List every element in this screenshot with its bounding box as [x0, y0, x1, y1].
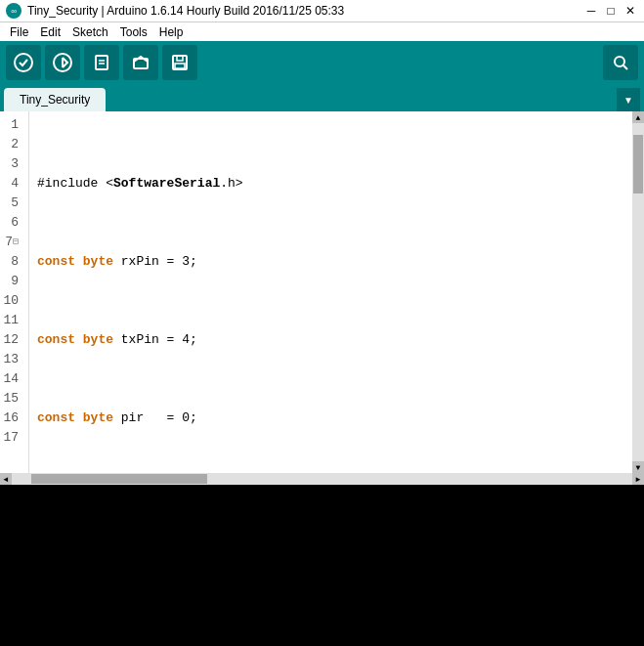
- upload-button[interactable]: [45, 45, 80, 80]
- editor: 1 2 3 4 5 6 7⊟ 8 9 10 11 12 13 14 15 16 …: [0, 111, 644, 473]
- scroll-track-h[interactable]: [12, 473, 632, 485]
- svg-point-10: [615, 57, 624, 66]
- scroll-left-arrow[interactable]: ◄: [0, 473, 12, 485]
- line-num-10: 10: [0, 291, 22, 311]
- minimize-button[interactable]: ─: [583, 3, 599, 19]
- tab-bar: Tiny_Security ▼: [0, 84, 644, 111]
- line-num-1: 1: [0, 115, 22, 135]
- save-button[interactable]: [162, 45, 197, 80]
- line-num-8: 8: [0, 252, 22, 272]
- svg-rect-3: [96, 56, 107, 69]
- line-num-2: 2: [0, 135, 22, 154]
- line-num-9: 9: [0, 272, 22, 291]
- menu-help[interactable]: Help: [153, 22, 190, 41]
- code-line-2: const byte rxPin = 3;: [37, 252, 624, 272]
- toolbar: [0, 41, 644, 84]
- app-logo: ∞: [6, 3, 21, 19]
- console-area: [0, 485, 644, 612]
- window-title: Tiny_Security | Arduino 1.6.14 Hourly Bu…: [27, 4, 344, 18]
- tab-dropdown-button[interactable]: ▼: [617, 88, 640, 111]
- scroll-right-arrow[interactable]: ►: [632, 473, 644, 485]
- vertical-scrollbar[interactable]: ▲ ▼: [632, 111, 644, 473]
- code-editor[interactable]: #include <SoftwareSerial.h> const byte r…: [29, 111, 632, 473]
- line-num-16: 16: [0, 409, 22, 428]
- line-num-5: 5: [0, 194, 22, 213]
- open-button[interactable]: [123, 45, 158, 80]
- menu-bar: File Edit Sketch Tools Help: [0, 22, 644, 41]
- line-numbers: 1 2 3 4 5 6 7⊟ 8 9 10 11 12 13 14 15 16 …: [0, 111, 29, 473]
- scroll-thumb-h[interactable]: [31, 474, 207, 484]
- code-line-4: const byte pir = 0;: [37, 409, 624, 428]
- window-controls: ─ □ ✕: [583, 3, 638, 19]
- verify-button[interactable]: [6, 45, 41, 80]
- line-num-13: 13: [0, 350, 22, 369]
- line-num-12: 12: [0, 330, 22, 350]
- line-num-14: 14: [0, 369, 22, 389]
- horizontal-scrollbar[interactable]: ◄ ►: [0, 473, 644, 485]
- serial-monitor-button[interactable]: [603, 45, 638, 80]
- line-num-17: 17: [0, 428, 22, 448]
- code-line-1: #include <SoftwareSerial.h>: [37, 174, 624, 194]
- code-line-3: const byte txPin = 4;: [37, 330, 624, 350]
- svg-line-11: [623, 65, 627, 69]
- menu-edit[interactable]: Edit: [34, 22, 66, 41]
- line-num-6: 6: [0, 213, 22, 233]
- line-num-4: 4: [0, 174, 22, 194]
- close-button[interactable]: ✕: [623, 3, 638, 19]
- scroll-down-arrow[interactable]: ▼: [632, 461, 644, 473]
- line-num-3: 3: [0, 154, 22, 174]
- line-num-7: 7⊟: [0, 233, 22, 252]
- title-bar: ∞ Tiny_Security | Arduino 1.6.14 Hourly …: [0, 0, 644, 22]
- menu-file[interactable]: File: [4, 22, 34, 41]
- svg-point-0: [15, 54, 32, 71]
- menu-tools[interactable]: Tools: [114, 22, 153, 41]
- scroll-thumb-v[interactable]: [633, 135, 643, 194]
- maximize-button[interactable]: □: [603, 3, 619, 19]
- scroll-up-arrow[interactable]: ▲: [632, 111, 644, 123]
- tab-tiny-security[interactable]: Tiny_Security: [4, 88, 106, 111]
- new-button[interactable]: [84, 45, 119, 80]
- line-num-11: 11: [0, 311, 22, 330]
- svg-rect-8: [177, 56, 183, 61]
- line-num-15: 15: [0, 389, 22, 409]
- menu-sketch[interactable]: Sketch: [66, 22, 114, 41]
- svg-rect-9: [175, 64, 185, 68]
